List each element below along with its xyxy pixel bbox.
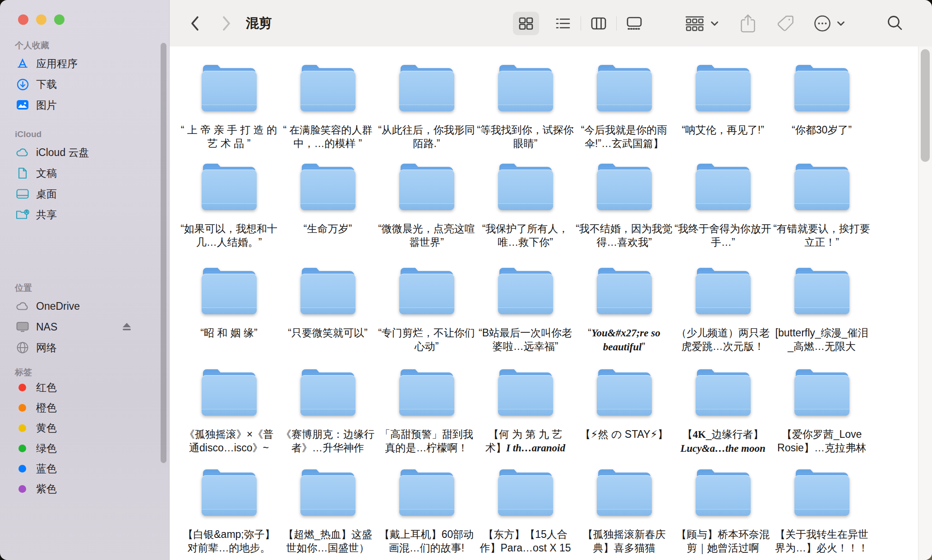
grid-view-button[interactable] [513,12,539,35]
folder-item[interactable]: “微微晨光，点亮这喧嚣世界” [377,163,476,267]
sidebar-tag-item[interactable]: 紫色 [15,479,151,499]
tag-list: 红色 橙色 黄色 绿色 [0,377,169,499]
folder-item[interactable]: “呐艾伦，再见了!” [674,64,772,163]
folder-item[interactable]: 【⚡然 の STAY⚡】 [575,369,674,469]
folder-item[interactable]: “生命万岁” [278,163,377,267]
folder-name: “我不结婚，因为我觉得…喜欢我” [576,222,673,249]
sidebar-item-documents[interactable]: 文稿 [15,163,151,184]
sidebar-item-icloud-drive[interactable]: iCloud 云盘 [15,142,151,163]
sidebar-tag-item[interactable]: 黄色 [15,418,151,438]
folder-icon [300,64,355,111]
more-button[interactable] [813,14,845,32]
eject-icon[interactable] [121,322,132,334]
folder-item[interactable]: （少儿频道）两只老虎爱跳…次元版！ [674,267,772,369]
folder-item[interactable]: 【关于我转生在异世界为…】必火！！！ [772,469,871,560]
finder-window: 个人收藏 应用程序 下载 [0,0,932,560]
folder-name: [butterfly_综漫_催泪_高燃…无限大 [773,326,870,353]
folder-name: “ 在满脸笑容的人群中，…的模样 ” [279,123,376,150]
column-view-button[interactable] [586,12,612,35]
sidebar-tag-item[interactable]: 绿色 [15,438,151,459]
folder-item[interactable]: 【何 为 第 九 艺 术】I th…aranoid [476,369,575,469]
folder-name: 【⚡然 の STAY⚡】 [580,427,668,441]
folder-item[interactable]: 【戴上耳机】60部动画混…们的故事! [377,469,476,560]
window-title: 混剪 [246,0,272,46]
forward-button[interactable] [221,0,232,46]
folder-item[interactable]: “有错就要认，挨打要立正！” [772,163,871,267]
folder-item[interactable]: “You&#x27;re so beautiful” [575,267,674,369]
sidebar-item-downloads[interactable]: 下载 [15,74,151,95]
pictures-icon [15,98,30,112]
search-icon [886,15,904,32]
folder-content-area[interactable]: “ 上 帝 亲 手 打 造 的 艺 术 品 ” “ 在满脸笑容的人群中，…的模样… [170,46,932,560]
folder-item[interactable]: “只要微笑就可以” [278,267,377,369]
scrollbar-track[interactable] [918,46,932,560]
sidebar-item-desktop[interactable]: 桌面 [15,184,151,204]
folder-item[interactable]: “ 在满脸笑容的人群中，…的模样 ” [278,64,377,163]
folder-item[interactable]: 《孤独摇滚》×《普通disco…isco》~ [180,369,278,469]
folder-item[interactable]: “ 上 帝 亲 手 打 造 的 艺 术 品 ” [180,64,278,163]
chevron-down-icon [711,21,719,26]
folder-name: 【关于我转生在异世界为…】必火！！！ [773,528,870,555]
back-button[interactable] [189,0,200,46]
folder-name: “今后我就是你的雨伞!”…玄武国篇】 [576,123,673,150]
list-view-button[interactable] [550,12,576,35]
folder-icon [597,469,652,516]
sidebar-tag-item[interactable]: 红色 [15,377,151,398]
folder-item[interactable]: 【东方】【15人合作】Para…ost X 15 [476,469,575,560]
folder-item[interactable]: 【顾与】桥本环奈混剪｜她曾活过啊 [674,469,772,560]
sidebar-scroll-area: 个人收藏 应用程序 下载 [0,0,169,560]
folder-item[interactable]: “等我找到你，试探你眼睛” [476,64,575,163]
folder-icon [794,267,849,314]
folder-item[interactable]: “专门剪烂，不让你们心动” [377,267,476,369]
folder-icon [696,64,751,111]
gallery-view-button[interactable] [621,12,647,35]
sidebar-tag-item[interactable]: 橙色 [15,398,151,418]
folder-item[interactable]: “如果可以，我想和十几…人结婚。” [180,163,278,267]
folder-item[interactable]: 【孤独摇滚新春庆典】喜多猫猫 [575,469,674,560]
folder-item[interactable]: “我保护了所有人，唯…救下你” [476,163,575,267]
folder-icon [597,369,652,416]
folder-icon [300,369,355,416]
folder-name: 【超燃_热血】这盛世如你…国盛世） [279,528,376,555]
share-button[interactable] [740,14,756,33]
group-button[interactable] [685,16,719,31]
sidebar-scrollbar[interactable] [161,43,166,463]
folder-item[interactable]: 《赛博朋克：边缘行者》…升华神作 [278,369,377,469]
folder-item[interactable]: “我不结婚，因为我觉得…喜欢我” [575,163,674,267]
folder-item[interactable]: “B站最后一次叫你老婆啦…远幸福” [476,267,575,369]
folder-item[interactable]: “昭 和 姻 缘” [180,267,278,369]
tag-button[interactable] [776,14,794,32]
folder-item[interactable]: 【白银&amp;弥子】对前辈…的地步。 [180,469,278,560]
folder-item[interactable]: 【4K_边缘行者】Lucy&a…the moon [674,369,772,469]
folder-name: 《赛博朋克：边缘行者》…升华神作 [279,427,376,454]
folder-item[interactable]: “今后我就是你的雨伞!”…玄武国篇】 [575,64,674,163]
tag-color-dot [18,404,26,412]
tag-label: 黄色 [36,421,57,435]
folder-item[interactable]: 【爱你罗茜_Love Rosie】…克拉弗林 [772,369,871,469]
tag-color-dot [18,485,26,493]
share-icon [740,14,756,33]
sidebar-item-network[interactable]: 网络 [15,337,151,358]
scrollbar-thumb[interactable] [921,49,930,162]
sidebar-item-onedrive[interactable]: OneDrive [15,296,151,317]
tag-color-dot [18,384,26,391]
sidebar-tag-item[interactable]: 蓝色 [15,459,151,479]
folder-icon [696,369,751,416]
folder-item[interactable]: 「高甜预警」甜到我真的是…柠檬啊！ [377,369,476,469]
folder-item[interactable]: “从此往后，你我形同陌路.” [377,64,476,163]
sidebar-item-nas[interactable]: NAS [15,317,151,337]
sidebar-item-shared[interactable]: 共享 [15,204,151,225]
folder-item[interactable]: “我终于舍得为你放开手…” [674,163,772,267]
folder-name: “我终于舍得为你放开手…” [674,222,771,249]
folder-name: “微微晨光，点亮这喧嚣世界” [378,222,475,249]
folder-item[interactable]: [butterfly_综漫_催泪_高燃…无限大 [772,267,871,369]
search-button[interactable] [886,15,904,32]
sidebar-item-pictures[interactable]: 图片 [15,95,151,115]
folder-item[interactable]: “你都30岁了” [772,64,871,163]
folder-name: “呐艾伦，再见了!” [682,123,764,137]
sidebar-item-label: 下载 [36,78,57,92]
sidebar-item-applications[interactable]: 应用程序 [15,53,151,74]
sidebar-item-label: 网络 [36,341,57,355]
folder-item[interactable]: 【超燃_热血】这盛世如你…国盛世） [278,469,377,560]
folder-name: （少儿频道）两只老虎爱跳…次元版！ [674,326,771,353]
